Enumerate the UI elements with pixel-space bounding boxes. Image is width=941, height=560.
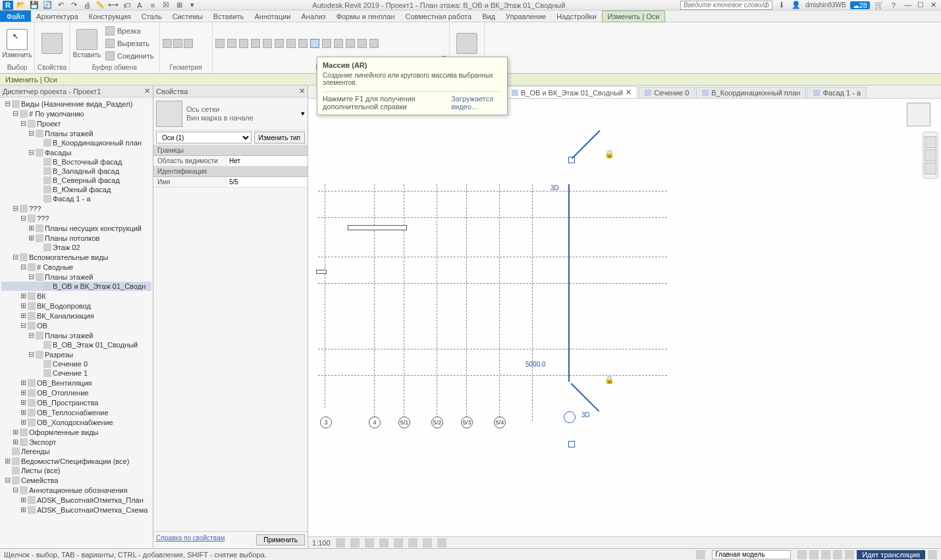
close-button[interactable]: ✕ [928,1,938,9]
grid-bubble[interactable]: 3 [320,417,332,428]
tree-node[interactable]: ⊞ADSK_ВысотнаяОтметка_План [1,495,151,505]
split-icon[interactable] [298,39,308,48]
properties-button[interactable] [38,25,67,62]
search-input[interactable] [680,1,772,10]
tag-icon[interactable]: 🏷 [121,1,132,10]
dim-icon[interactable]: ⟷ [108,1,119,10]
tree-node[interactable]: ⊞ОВ_Теплоснабжение [1,407,151,417]
tree-node[interactable]: ⊞ОВ_Холодоснабжение [1,417,151,427]
tree-node[interactable]: В_Северный фасад [1,176,151,185]
tree-node[interactable]: ⊟Аннотационные обозначения [1,485,151,495]
tree-node[interactable]: Сечение 0 [1,359,151,369]
tree-node[interactable]: ⊞ВК_Канализация [1,311,151,320]
tree-node[interactable]: ⊞Планы потолков [1,233,151,243]
sync-icon[interactable]: 🔄 [42,1,53,10]
detail-level-icon[interactable] [336,538,345,547]
info-icon[interactable]: ℹ [776,1,787,10]
grid-bubble[interactable]: 4 [369,417,381,428]
grid-end-checkbox[interactable] [568,441,575,447]
join-button[interactable]: Соединить [103,50,157,62]
steering-wheel-icon[interactable] [925,136,936,148]
shadows-icon[interactable] [379,538,389,547]
rotate-icon[interactable] [275,39,284,48]
tree-node[interactable]: ⊟Семейства [1,475,151,485]
properties-header[interactable]: Свойства ✕ [153,86,308,97]
user-name[interactable]: dmishin83WB [805,1,846,9]
close-icon[interactable]: ✕ [144,87,150,95]
tree-node[interactable]: ⊞Планы несущих конструкций [1,223,151,233]
dragging-icon[interactable] [845,550,854,559]
grid-bubble[interactable]: 5/1 [398,417,410,428]
menu-view[interactable]: Вид [477,11,500,22]
prop-group-identity[interactable]: Идентификация [153,166,308,177]
close-icon[interactable]: ✕ [626,88,632,97]
editable-only-icon[interactable] [797,550,807,559]
tree-node[interactable]: Легенды [1,447,151,456]
text-icon[interactable]: A [134,1,145,10]
view-tab[interactable]: В_ОВ и ВК_Этаж 01_Сводный✕ [506,86,637,98]
properties-help-link[interactable]: Справка по свойствам [156,534,225,546]
offset-icon[interactable] [227,39,236,48]
print-icon[interactable]: 🖨 [82,1,92,10]
close-icon[interactable]: ✕ [299,87,305,95]
menu-analyze[interactable]: Анализ [296,11,331,22]
prop-group-extents[interactable]: Границы [153,145,308,156]
reveal-icon[interactable] [437,538,446,547]
close-views-icon[interactable]: ☒ [161,1,171,10]
tree-node[interactable]: ⊟ОВ [1,320,151,330]
minimize-button[interactable]: — [903,1,913,9]
tree-node[interactable]: В_Западный фасад [1,166,151,176]
delete-icon[interactable] [346,39,355,48]
tree-node[interactable]: Листы (все) [1,466,151,475]
tree-node[interactable]: В_Восточный фасад [1,157,151,166]
visual-style-icon[interactable] [350,538,360,547]
crop-region-icon[interactable] [408,538,417,547]
tree-node[interactable]: ⊟Проект [1,118,151,128]
tree-node[interactable]: ⊞ADSK_ВысотнаяОтметка_Схема [1,505,151,515]
view-tab[interactable]: Сечение 0 [639,87,695,98]
paste-button[interactable]: Вставить [72,25,101,62]
view-cube[interactable] [907,103,933,129]
project-browser-header[interactable]: Диспетчер проекта - Проект1 ✕ [0,86,153,97]
tree-node[interactable]: ⊞Оформленные виды [1,427,151,437]
thin-lines-icon[interactable]: ≡ [148,1,158,10]
cut-button[interactable]: Вырезать [103,38,157,49]
pin-icon[interactable] [334,39,343,48]
tree-node[interactable]: ⊞Ведомости/Спецификации (все) [1,456,151,466]
measure-icon[interactable]: 📏 [95,1,105,10]
tree-node[interactable]: ⊞Экспорт [1,437,151,447]
tree-node[interactable]: ⊞ВК_Водопровод [1,301,151,311]
chevron-down-icon[interactable]: ▾ [301,109,305,118]
workset-icon[interactable] [696,550,705,559]
crop-icon[interactable] [394,538,403,547]
unpin-icon[interactable] [358,39,367,48]
lock-icon[interactable]: 🔒 [605,375,614,384]
grid-bubble[interactable]: 5/4 [494,417,506,428]
tree-node[interactable]: ⊟Виды (Назначение вида_Раздел) [1,99,151,109]
array-icon[interactable] [310,39,319,48]
geom-icon-2[interactable] [173,39,182,48]
signin-icon[interactable]: 👤 [791,1,801,10]
hide-icon[interactable] [423,538,432,547]
tree-node[interactable]: ⊟??? [1,213,151,223]
tree-node[interactable]: В_ОВ и ВК_Этаж 01_Сводн [1,282,151,291]
modify-button[interactable]: ↖ Изменить [3,25,32,62]
open-icon[interactable]: 📂 [16,1,26,10]
help-icon[interactable]: ? [888,1,899,10]
3d-marker[interactable]: 3D [551,184,559,191]
geom-icon-3[interactable] [184,39,193,48]
tree-node[interactable]: ⊟Вспомогательные виды [1,252,151,262]
menu-addins[interactable]: Надстройки [551,11,601,22]
sun-path-icon[interactable] [365,538,374,547]
tree-node[interactable]: Этаж 02 [1,243,151,252]
tree-node[interactable]: ⊞ВК [1,291,151,301]
apply-button[interactable]: Применить [256,534,305,546]
align-icon[interactable] [215,39,225,48]
tree-node[interactable]: ⊟Фасады [1,147,151,157]
edit-type-button[interactable]: Изменить тип [254,132,305,143]
revit-logo-icon[interactable]: R [3,1,13,10]
dropdown-icon[interactable]: ▾ [187,1,198,10]
zoom-icon[interactable] [925,163,936,174]
filter-icon[interactable] [928,550,937,559]
trim-icon[interactable] [286,39,296,48]
